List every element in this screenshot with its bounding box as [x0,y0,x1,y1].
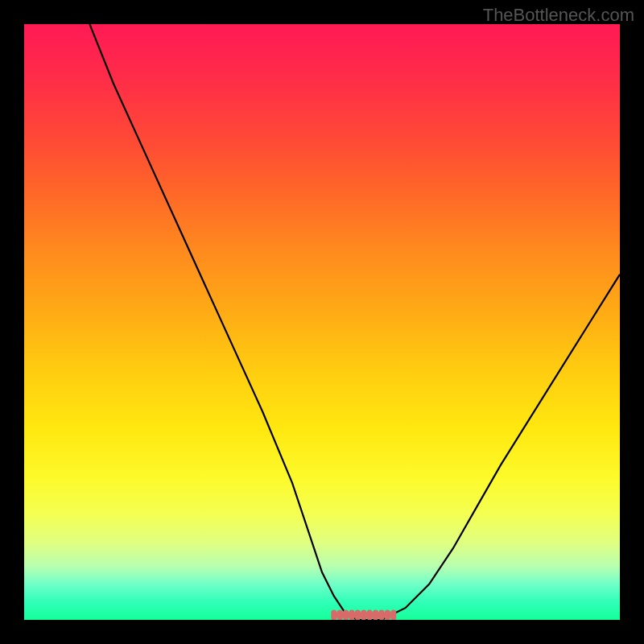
optimal-range-marker [334,613,394,617]
bottleneck-curve-line [89,24,620,620]
attribution-label: TheBottleneck.com [483,5,634,26]
chart-svg [24,24,620,620]
chart-plot-area [24,24,620,620]
